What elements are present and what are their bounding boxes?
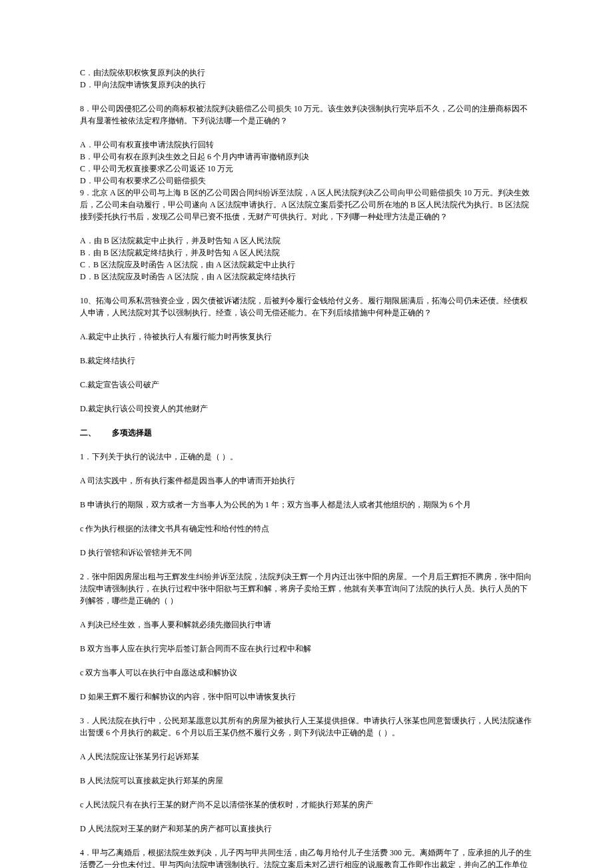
q10: 10、拓海公司系私营独资企业，因欠债被诉诸法院，后被判令履行金钱给付义务。履行期… [80,295,533,319]
m3-option-d: D 人民法院对王某的财产和郑某的房产都可以直接执行 [80,823,533,835]
q9-option-a: A．由 B 区法院裁定中止执行，并及时告知 A 区人民法院 [80,235,533,247]
q8-stem: 8．甲公司因侵犯乙公司的商标权被法院判决赔偿乙公司损失 10 万元。该生效判决强… [80,103,533,127]
q9-option-b: B．由 B 区法院裁定终结执行，并及时告知 A 区人民法院 [80,247,533,259]
m1-option-b: B 申请执行的期限，双方或者一方当事人为公民的为 1 年；双方当事人都是法人或者… [80,499,533,511]
q8-option-c: C．甲公司无权直接要求乙公司返还 10 万元 [80,163,533,175]
q8: 8．甲公司因侵犯乙公司的商标权被法院判决赔偿乙公司损失 10 万元。该生效判决强… [80,103,533,127]
q10-option-c: C.裁定宣告该公司破产 [80,379,533,391]
q8-option-b: B．甲公司有权在原判决生效之日起 6 个月内申请再审撤销原判决 [80,151,533,163]
m2-option-c: c 双方当事人可以在执行中自愿达成和解协议 [80,667,533,679]
m4-stem: 4．甲与乙离婚后，根据法院生效判决，儿子丙与甲共同生活，由乙每月给付儿子生活费 … [80,847,533,868]
m2-option-b: B 双方当事人应在执行完毕后签订新合同而不应在执行过程中和解 [80,643,533,655]
m3-option-a: A 人民法院应让张某另行起诉郑某 [80,751,533,763]
q8-options: A．甲公司有权直接申请法院执行回转 B．甲公司有权在原判决生效之日起 6 个月内… [80,139,533,223]
m3-option-b: B 人民法院可以直接裁定执行郑某的房屋 [80,775,533,787]
m3-stem: 3．人民法院在执行中，公民郑某愿意以其所有的房屋为被执行人王某提供担保。申请执行… [80,715,533,739]
q7-option-d: D．甲向法院申请恢复原判决的执行 [80,79,533,91]
q10-stem: 10、拓海公司系私营独资企业，因欠债被诉诸法院，后被判令履行金钱给付义务。履行期… [80,295,533,319]
section-2-title: 二、 多项选择题 [80,427,533,439]
m1-option-a: A 司法实践中，所有执行案件都是因当事人的申请而开始执行 [80,475,533,487]
q9-option-c: C．B 区法院应及时函告 A 区法院，由 A 区法院裁定中止执行 [80,259,533,271]
q10-option-a: A.裁定中止执行，待被执行人有履行能力时再恢复执行 [80,331,533,343]
m2-option-d: D 如果王辉不履行和解协议的内容，张中阳可以申请恢复执行 [80,691,533,703]
q7-options: C．由法院依职权恢复原判决的执行 D．甲向法院申请恢复原判决的执行 [80,67,533,91]
m1-option-d: D 执行管辖和诉讼管辖并无不同 [80,547,533,559]
q9-options: A．由 B 区法院裁定中止执行，并及时告知 A 区人民法院 B．由 B 区法院裁… [80,235,533,283]
m2-option-a: A 判决已经生效，当事人要和解就必须先撤回执行申请 [80,619,533,631]
q8-option-d: D．甲公司有权要求乙公司赔偿损失 [80,175,533,187]
m1-stem: 1．下列关于执行的说法中，正确的是（ ）。 [80,451,533,463]
m2-stem: 2．张中阳因房屋出租与王辉发生纠纷并诉至法院，法院判决王辉一个月内迁出张中阳的房… [80,571,533,607]
q10-option-d: D.裁定执行该公司投资人的其他财产 [80,403,533,415]
q9-option-d: D．B 区法院应及时函告 A 区法院，由 A 区法院裁定终结执行 [80,271,533,283]
m1-option-c: c 作为执行根据的法律文书具有确定性和给付性的特点 [80,523,533,535]
m3-option-c: c 人民法院只有在执行王某的财产尚不足以清偿张某的债权时，才能执行郑某的房产 [80,799,533,811]
q7-option-c: C．由法院依职权恢复原判决的执行 [80,67,533,79]
q10-option-b: B.裁定终结执行 [80,355,533,367]
q8-option-a: A．甲公司有权直接申请法院执行回转 [80,139,533,151]
q9-stem: 9．北京 A 区的甲公司与上海 B 区的乙公司因合同纠纷诉至法院，A 区人民法院… [80,187,533,223]
